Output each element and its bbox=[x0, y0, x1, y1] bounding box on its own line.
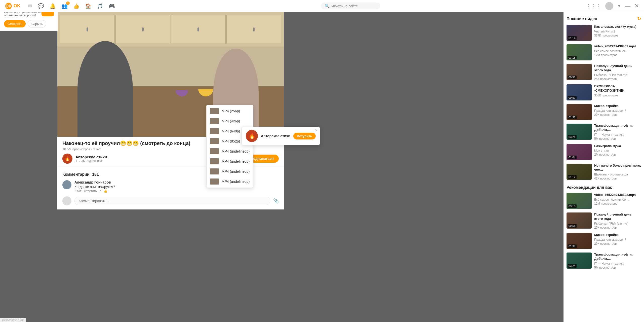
rec-views-4: 5М просмотров bbox=[594, 266, 641, 269]
download-thumb-852 bbox=[210, 138, 219, 144]
download-thumb-undef3 bbox=[210, 168, 219, 174]
video-title-5: Микро-стройка bbox=[594, 104, 641, 108]
views-7: 2М просмотров bbox=[594, 153, 641, 156]
channel-join-button[interactable]: Вступить bbox=[293, 133, 316, 139]
channel-5: Правда или вымысел? bbox=[594, 109, 641, 113]
video-title-6: Трансформация нефти: Добыча,... bbox=[594, 124, 641, 132]
video-card-info-4: ПРОВЕРИЛА... -СМЕХОПОЗИТИВ- 358К просмот… bbox=[594, 84, 641, 100]
grid-icon[interactable]: ⋮⋮⋮ bbox=[586, 3, 601, 9]
video-title-2: video_7652249438802.mp4 bbox=[594, 44, 641, 49]
duration-2: 03:18 bbox=[568, 56, 577, 59]
notification-hide-button[interactable]: Скрыть bbox=[28, 20, 46, 27]
channel-7: Мои стихи bbox=[594, 149, 641, 152]
video-card-4[interactable]: 00:57 ПРОВЕРИЛА... -СМЕХОПОЗИТИВ- 358К п… bbox=[567, 84, 641, 100]
video-card-2[interactable]: 03:18 video_7652249438802.mp4 Всё самое … bbox=[567, 44, 641, 60]
rec-duration-2: 00:58 bbox=[568, 224, 577, 228]
comment-like-count: 7 bbox=[99, 189, 101, 193]
close-button[interactable]: ✕ bbox=[634, 3, 639, 9]
download-option-undef1[interactable]: MP4 (undefinedp) bbox=[207, 146, 253, 156]
video-thumb-5: 01:37 bbox=[567, 104, 592, 120]
comment-date: 2 окт bbox=[74, 189, 82, 193]
ok-logo[interactable]: OK OK bbox=[5, 3, 20, 10]
status-bar: javascript:void(0); bbox=[0, 318, 26, 322]
notification-buttons: Смотреть Скрыть bbox=[4, 20, 54, 27]
search-area[interactable]: 🔍 bbox=[321, 3, 380, 9]
views-8: 42К просмотров bbox=[594, 177, 641, 180]
video-card-3[interactable]: 00:58 Пожалуй, лучший день этого года Ры… bbox=[567, 64, 641, 81]
download-thumb-undef1 bbox=[210, 148, 219, 154]
comment-like-icon[interactable]: 👍 bbox=[104, 189, 107, 193]
popup-close-button[interactable]: ✕ bbox=[315, 128, 318, 132]
attach-icon[interactable]: 📎 bbox=[273, 198, 279, 204]
refresh-icon[interactable]: ↻ bbox=[637, 16, 641, 22]
download-option-undef3[interactable]: MP4 (undefinedp) bbox=[207, 166, 253, 176]
rec-title-2: Пожалуй, лучший день этого года bbox=[594, 212, 641, 221]
rec-card-2[interactable]: 00:58 Пожалуй, лучший день этого года Ры… bbox=[567, 212, 641, 229]
comment-reply[interactable]: Ответить bbox=[84, 189, 97, 193]
quality-undef4: MP4 (undefinedp) bbox=[222, 180, 250, 184]
video-card-info-1: Как сломать логику мужа) Чистый Ритм 2 3… bbox=[594, 25, 641, 41]
video-card-8[interactable]: 01:12 Нет ничего более приятного, чем...… bbox=[567, 164, 641, 181]
rec-card-1[interactable]: 03:18 video_7652249438802.mp4 Всё самое … bbox=[567, 193, 641, 209]
search-icon: 🔍 bbox=[325, 4, 330, 8]
author-avatar[interactable]: 🔥 bbox=[62, 154, 72, 164]
rec-title-3: Микро-стройка bbox=[594, 233, 641, 237]
comment-input[interactable] bbox=[74, 197, 270, 205]
games-icon[interactable]: 🎮 bbox=[109, 3, 115, 9]
channel-popup-info: Авторские стихи bbox=[261, 134, 290, 138]
channel-popup: 🔥 Авторские стихи Вступить ✕ bbox=[242, 127, 320, 145]
video-card-5[interactable]: 01:37 Микро-стройка Правда или вымысел? … bbox=[567, 104, 641, 120]
topbar-left: OK OK ✉ 💬 🔔 👥1 👍 🏠 🎵 🎮 bbox=[5, 3, 115, 10]
rec-thumb-4: 03:24 bbox=[567, 253, 592, 269]
video-title-4: ПРОВЕРИЛА... -СМЕХОПОЗИТИВ- bbox=[594, 84, 641, 93]
rec-thumb-1: 03:18 bbox=[567, 193, 592, 209]
download-thumb-640 bbox=[210, 128, 219, 134]
rec-card-4[interactable]: 03:24 Трансформация нефти: Добыча,... IT… bbox=[567, 253, 641, 269]
user-avatar[interactable] bbox=[605, 2, 613, 10]
chat-icon[interactable]: 💬 bbox=[38, 3, 44, 9]
video-thumb-1: 01:14 bbox=[567, 25, 592, 41]
like-icon[interactable]: 👍 bbox=[73, 3, 79, 9]
video-thumb-3: 00:58 bbox=[567, 64, 592, 80]
quality-852: MP4 (852p) bbox=[222, 139, 240, 143]
views-3: 25К просмотров bbox=[594, 77, 641, 81]
chevron-down-icon[interactable]: ▼ bbox=[617, 4, 621, 8]
rec-views-2: 25К просмотров bbox=[594, 226, 641, 229]
topbar: OK OK ✉ 💬 🔔 👥1 👍 🏠 🎵 🎮 🔍 ⋮⋮⋮ ▼ — ✕ bbox=[0, 0, 644, 12]
channel-popup-avatar[interactable]: 🔥 bbox=[246, 130, 258, 142]
video-thumb-7: 01:04 bbox=[567, 144, 592, 160]
messages-icon[interactable]: ✉ bbox=[28, 3, 32, 9]
download-option-undef4[interactable]: MP4 (undefinedp) bbox=[207, 176, 253, 187]
video-card-1[interactable]: 01:14 Как сломать логику мужа) Чистый Ри… bbox=[567, 25, 641, 41]
topbar-right: ⋮⋮⋮ ▼ — ✕ bbox=[586, 2, 639, 10]
rec-card-3[interactable]: 01:37 Микро-стройка Правда или вымысел? … bbox=[567, 233, 641, 249]
download-option-426[interactable]: MP4 (426p) bbox=[207, 116, 253, 126]
video-card-6[interactable]: 03:24 Трансформация нефти: Добыча,... IT… bbox=[567, 124, 641, 140]
views-5: 29К просмотров bbox=[594, 113, 641, 117]
friends-icon[interactable]: 👥1 bbox=[61, 3, 68, 9]
channel-popup-name: Авторские стихи bbox=[261, 134, 290, 138]
rec-title-4: Трансформация нефти: Добыча,... bbox=[594, 253, 641, 261]
rec-duration-1: 03:18 bbox=[568, 204, 577, 208]
notifications-icon[interactable]: 🔔 bbox=[50, 3, 56, 9]
notification-watch-button[interactable]: Смотреть bbox=[4, 20, 26, 27]
minimize-button[interactable]: — bbox=[625, 3, 630, 9]
groups-icon[interactable]: 🏠 bbox=[85, 3, 91, 9]
video-card-7[interactable]: 01:04 Разыграла мужа Мои стихи 2М просмо… bbox=[567, 144, 641, 160]
download-option-256[interactable]: MP4 (256p) bbox=[207, 106, 253, 116]
comment-avatar bbox=[62, 180, 71, 189]
view-count: 10.5М просмотров bbox=[62, 147, 90, 151]
video-thumb-2: 03:18 bbox=[567, 44, 592, 60]
video-title-3: Пожалуй, лучший день этого года bbox=[594, 64, 641, 73]
rec-views-1: 12М просмотров bbox=[594, 202, 641, 205]
download-thumb-256 bbox=[210, 108, 219, 114]
music-icon[interactable]: 🎵 bbox=[97, 3, 103, 9]
download-option-undef2[interactable]: MP4 (undefinedp) bbox=[207, 156, 253, 166]
quality-undef1: MP4 (undefinedp) bbox=[222, 149, 250, 153]
duration-6: 03:24 bbox=[568, 135, 577, 139]
rec-info-1: video_7652249438802.mp4 Всё самое позити… bbox=[594, 193, 641, 209]
search-input[interactable] bbox=[332, 4, 377, 8]
duration-1: 01:14 bbox=[568, 36, 577, 40]
video-title-1: Как сломать логику мужа) bbox=[594, 25, 641, 29]
right-sidebar: Похожие видео ↻ 01:14 Как сломать логику… bbox=[564, 12, 644, 322]
